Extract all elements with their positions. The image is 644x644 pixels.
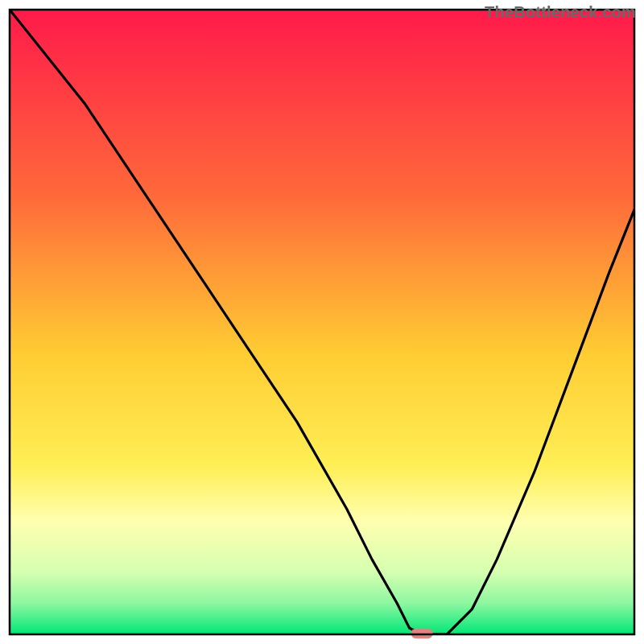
bottleneck-chart: TheBottleneck.com xyxy=(0,0,644,644)
watermark-label: TheBottleneck.com xyxy=(485,3,636,22)
gradient-background xyxy=(10,10,634,634)
plot-area xyxy=(10,10,634,638)
chart-svg xyxy=(0,0,644,644)
